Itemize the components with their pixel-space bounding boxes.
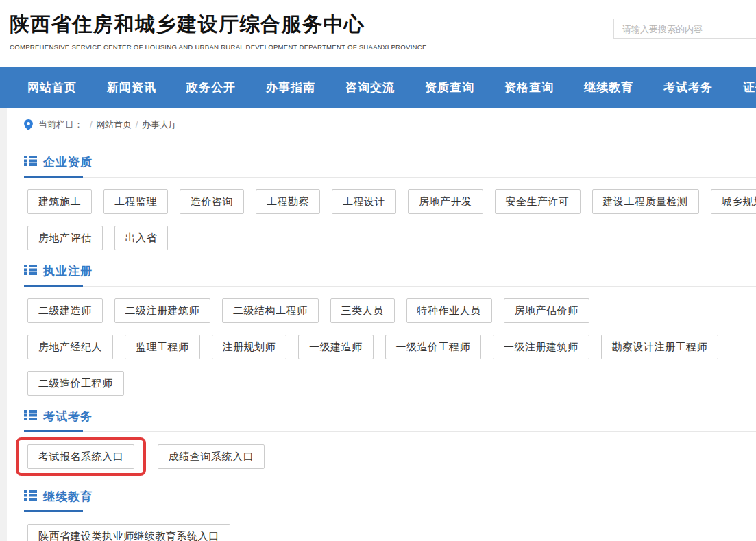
site-brand: 陕西省住房和城乡建设厅综合服务中心 COMPREHENSIVE SERVICE …	[10, 11, 427, 51]
button-row: 房地产评估出入省	[27, 226, 756, 250]
sections-container: 企业资质建筑施工工程监理造价咨询工程勘察工程设计房地产开发安全生产许可建设工程质…	[0, 154, 756, 541]
button-row: 二级造价工程师	[27, 371, 756, 396]
breadcrumb-separator: /	[133, 119, 141, 130]
nav-item-10[interactable]: 证书查询	[743, 80, 756, 95]
service-button-房地产评估[interactable]: 房地产评估	[27, 226, 103, 250]
breadcrumb-separator: /	[90, 119, 95, 130]
service-button-一级建造师[interactable]: 一级建造师	[298, 335, 374, 359]
button-row: 考试报名系统入口成绩查询系统入口	[27, 437, 756, 476]
section-header: 企业资质	[24, 154, 756, 170]
section-继续教育: 继续教育陕西省建设类执业师继续教育系统入口	[0, 489, 756, 541]
breadcrumb-items: / 网站首页 / 办事大厅	[88, 119, 178, 131]
section-title: 企业资质	[43, 154, 93, 170]
breadcrumb: 当前栏目： / 网站首页 / 办事大厅	[0, 108, 756, 141]
service-button-建设工程质量检测[interactable]: 建设工程质量检测	[592, 189, 699, 214]
breadcrumb-label: 当前栏目：	[38, 119, 83, 131]
nav-item-2[interactable]: 新闻资讯	[107, 80, 156, 95]
list-icon	[24, 265, 37, 278]
section-divider	[24, 510, 756, 512]
section-divider	[24, 430, 756, 432]
section-divider	[24, 176, 756, 178]
section-header: 考试考务	[24, 409, 756, 424]
service-button-城乡规划[interactable]: 城乡规划	[711, 189, 756, 214]
service-button-造价咨询[interactable]: 造价咨询	[180, 189, 244, 214]
service-button-二级造价工程师[interactable]: 二级造价工程师	[27, 371, 124, 396]
section-divider	[24, 285, 756, 287]
service-button-成绩查询系统入口[interactable]: 成绩查询系统入口	[158, 444, 265, 469]
list-icon	[24, 490, 37, 503]
nav-item-8[interactable]: 继续教育	[584, 80, 633, 95]
nav-item-3[interactable]: 政务公开	[186, 80, 236, 95]
location-pin-icon	[24, 119, 33, 130]
nav-item-9[interactable]: 考试考务	[663, 80, 713, 95]
search-input[interactable]	[613, 19, 756, 39]
site-title: 陕西省住房和城乡建设厅综合服务中心	[10, 11, 427, 38]
breadcrumb-link[interactable]: 网站首页	[96, 119, 132, 130]
main-nav: 网站首页新闻资讯政务公开办事指南咨询交流资质查询资格查询继续教育考试考务证书查询	[0, 67, 756, 108]
nav-item-6[interactable]: 资质查询	[425, 80, 474, 95]
breadcrumb-link[interactable]: 办事大厅	[142, 119, 178, 130]
button-row: 房地产经纪人监理工程师注册规划师一级建造师一级造价工程师一级注册建筑师勘察设计注…	[27, 335, 756, 359]
service-button-勘察设计注册工程师[interactable]: 勘察设计注册工程师	[601, 335, 719, 359]
nav-item-7[interactable]: 资格查询	[504, 80, 554, 95]
site-header: 陕西省住房和城乡建设厅综合服务中心 COMPREHENSIVE SERVICE …	[0, 0, 756, 67]
service-button-房地产经纪人[interactable]: 房地产经纪人	[27, 335, 113, 359]
service-button-陕西省建设类执业师继续教育系统入口[interactable]: 陕西省建设类执业师继续教育系统入口	[27, 524, 230, 541]
section-考试考务: 考试考务考试报名系统入口成绩查询系统入口	[0, 409, 756, 476]
page-left-gutter	[0, 108, 7, 541]
service-button-工程设计[interactable]: 工程设计	[332, 189, 396, 214]
list-icon	[24, 410, 37, 423]
service-button-工程监理[interactable]: 工程监理	[103, 189, 168, 214]
service-button-二级建造师[interactable]: 二级建造师	[27, 298, 103, 323]
section-执业注册: 执业注册二级建造师二级注册建筑师二级结构工程师三类人员特种作业人员房地产估价师房…	[0, 263, 756, 396]
service-button-二级注册建筑师[interactable]: 二级注册建筑师	[114, 298, 211, 323]
nav-item-5[interactable]: 咨询交流	[345, 80, 395, 95]
section-header: 执业注册	[24, 263, 756, 279]
service-button-房地产开发[interactable]: 房地产开发	[408, 189, 483, 214]
red-highlight-annotation: 考试报名系统入口	[16, 437, 146, 476]
service-button-安全生产许可[interactable]: 安全生产许可	[495, 189, 581, 214]
service-button-特种作业人员[interactable]: 特种作业人员	[406, 298, 492, 323]
nav-item-4[interactable]: 办事指南	[266, 80, 315, 95]
site-subtitle: COMPREHENSIVE SERVICE CENTER OF HOUSING …	[10, 43, 427, 51]
section-title: 考试考务	[43, 409, 93, 424]
button-row: 陕西省建设类执业师继续教育系统入口	[27, 524, 756, 541]
section-title: 继续教育	[43, 489, 93, 505]
nav-item-1[interactable]: 网站首页	[27, 80, 77, 95]
service-button-工程勘察[interactable]: 工程勘察	[256, 189, 320, 214]
service-button-一级造价工程师[interactable]: 一级造价工程师	[385, 335, 482, 359]
list-icon	[24, 156, 37, 169]
section-title: 执业注册	[43, 263, 93, 279]
service-button-房地产估价师[interactable]: 房地产估价师	[504, 298, 589, 323]
service-button-监理工程师[interactable]: 监理工程师	[125, 335, 200, 359]
service-button-二级结构工程师[interactable]: 二级结构工程师	[222, 298, 319, 323]
page-body: 当前栏目： / 网站首页 / 办事大厅 企业资质建筑施工工程监理造价咨询工程勘察…	[0, 108, 756, 541]
section-企业资质: 企业资质建筑施工工程监理造价咨询工程勘察工程设计房地产开发安全生产许可建设工程质…	[0, 154, 756, 250]
service-button-三类人员[interactable]: 三类人员	[330, 298, 395, 323]
button-row: 建筑施工工程监理造价咨询工程勘察工程设计房地产开发安全生产许可建设工程质量检测城…	[27, 189, 756, 214]
section-header: 继续教育	[24, 489, 756, 505]
service-button-考试报名系统入口[interactable]: 考试报名系统入口	[27, 444, 134, 469]
service-button-注册规划师[interactable]: 注册规划师	[212, 335, 287, 359]
button-row: 二级建造师二级注册建筑师二级结构工程师三类人员特种作业人员房地产估价师	[27, 298, 756, 323]
service-button-出入省[interactable]: 出入省	[114, 226, 169, 250]
service-button-一级注册建筑师[interactable]: 一级注册建筑师	[493, 335, 589, 359]
service-button-建筑施工[interactable]: 建筑施工	[27, 189, 92, 214]
